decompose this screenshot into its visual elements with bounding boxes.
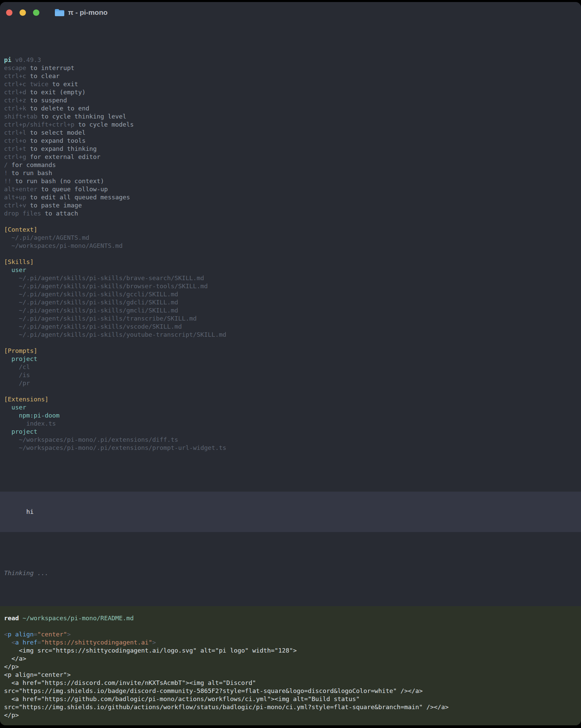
terminal-line: /is: [4, 371, 577, 379]
terminal-line: [4, 250, 577, 258]
terminal-line: </p>: [4, 711, 577, 719]
terminal-output: pi v0.49.3escape to interruptctrl+c to c…: [0, 23, 581, 725]
terminal-line: ctrl+p/shift+ctrl+p to cycle models: [4, 121, 577, 129]
terminal-line: index.ts: [4, 420, 577, 427]
terminal-line: [Skills]: [4, 258, 577, 266]
terminal-line: ~/.pi/agent/skills/pi-skills/brave-searc…: [4, 274, 577, 282]
close-button[interactable]: [6, 9, 12, 16]
terminal-line: src="https://img.shields.io/badge/discor…: [4, 687, 577, 695]
terminal-line: [4, 622, 577, 630]
terminal-line: ctrl+g for external editor: [4, 153, 577, 161]
terminal-line: ctrl+l to select model: [4, 129, 577, 137]
terminal-line: project: [4, 355, 577, 363]
minimize-button[interactable]: [20, 9, 26, 16]
tool-call-block: read ~/workspaces/pi-mono/README.md<p al…: [0, 606, 581, 725]
terminal-line: ~/.pi/agent/skills/pi-skills/vscode/SKIL…: [4, 322, 577, 331]
terminal-line: [Context]: [4, 226, 577, 234]
terminal-line: ctrl+t to expand thinking: [4, 145, 577, 153]
terminal-line: [4, 387, 577, 395]
terminal-line: ~/.pi/agent/skills/pi-skills/youtube-tra…: [4, 331, 577, 339]
terminal-line: ctrl+c to clear: [4, 72, 577, 80]
terminal-line: ctrl+c twice to exit: [4, 80, 577, 88]
terminal-line: ~/workspaces/pi-mono/.pi/extensions/diff…: [4, 436, 577, 444]
terminal-line: ~/.pi/agent/AGENTS.md: [4, 234, 577, 242]
terminal-line: ~/.pi/agent/skills/pi-skills/gdcli/SKILL…: [4, 298, 577, 306]
window-title: π - pi-mono: [68, 8, 108, 17]
terminal-line: ctrl+k to delete to end: [4, 104, 577, 112]
terminal-line: alt+enter to queue follow-up: [4, 185, 577, 193]
intro-help-block: pi v0.49.3escape to interruptctrl+c to c…: [0, 47, 581, 452]
terminal-line: escape to interrupt: [4, 64, 577, 72]
terminal-line: [Prompts]: [4, 347, 577, 355]
terminal-line: / for commands: [4, 161, 577, 169]
user-message: hi: [0, 492, 581, 532]
terminal-line: ~/.pi/agent/skills/pi-skills/browser-too…: [4, 282, 577, 290]
maximize-button[interactable]: [33, 9, 39, 16]
folder-icon: [55, 8, 64, 17]
terminal-line: user: [4, 266, 577, 274]
terminal-line: project: [4, 427, 577, 436]
terminal-line: /cl: [4, 363, 577, 371]
terminal-line: ctrl+o to expand tools: [4, 137, 577, 145]
terminal-line: [Extensions]: [4, 395, 577, 404]
terminal-line: [4, 217, 577, 226]
terminal-window: π - pi-mono pi v0.49.3escape to interrup…: [0, 2, 581, 725]
terminal-line: alt+up to edit all queued messages: [4, 193, 577, 201]
terminal-line: read ~/workspaces/pi-mono/README.md: [4, 614, 577, 622]
terminal-line: /pr: [4, 379, 577, 387]
terminal-line: ~/workspaces/pi-mono/AGENTS.md: [4, 242, 577, 250]
terminal-line: pi v0.49.3: [4, 56, 577, 64]
terminal-line: <a href="https://discord.com/invite/nKXT…: [4, 679, 577, 687]
terminal-line: <a href="https://shittycodingagent.ai">: [4, 639, 577, 647]
terminal-line: npm:pi-doom: [4, 412, 577, 420]
user-message-text: hi: [26, 508, 34, 515]
terminal-line: <p align="center">: [4, 671, 577, 679]
terminal-line: [4, 719, 577, 725]
terminal-line: ctrl+d to exit (empty): [4, 88, 577, 96]
terminal-line: [4, 339, 577, 347]
terminal-line: ctrl+v to paste image: [4, 201, 577, 209]
terminal-line: shift+tab to cycle thinking level: [4, 112, 577, 121]
terminal-line: ~/workspaces/pi-mono/.pi/extensions/prom…: [4, 444, 577, 452]
terminal-line: <p align="center">: [4, 630, 577, 639]
terminal-line: </p>: [4, 663, 577, 671]
terminal-line: ~/.pi/agent/skills/pi-skills/gmcli/SKILL…: [4, 306, 577, 314]
terminal-line: </a>: [4, 655, 577, 663]
terminal-line: <img src="https://shittycodingagent.ai/l…: [4, 647, 577, 655]
terminal-line: !! to run bash (no context): [4, 177, 577, 185]
terminal-line: ~/.pi/agent/skills/pi-skills/gccli/SKILL…: [4, 290, 577, 298]
terminal-line: <a href="https://github.com/badlogic/pi-…: [4, 695, 577, 703]
terminal-line: ! to run bash: [4, 169, 577, 177]
titlebar: π - pi-mono: [0, 2, 581, 23]
terminal-line: drop files to attach: [4, 209, 577, 217]
terminal-line: ctrl+z to suspend: [4, 96, 577, 104]
terminal-line: user: [4, 404, 577, 412]
thinking-indicator: Thinking ...: [0, 569, 581, 577]
terminal-line: src="https://img.shields.io/github/actio…: [4, 703, 577, 711]
terminal-line: ~/.pi/agent/skills/pi-skills/transcribe/…: [4, 314, 577, 322]
